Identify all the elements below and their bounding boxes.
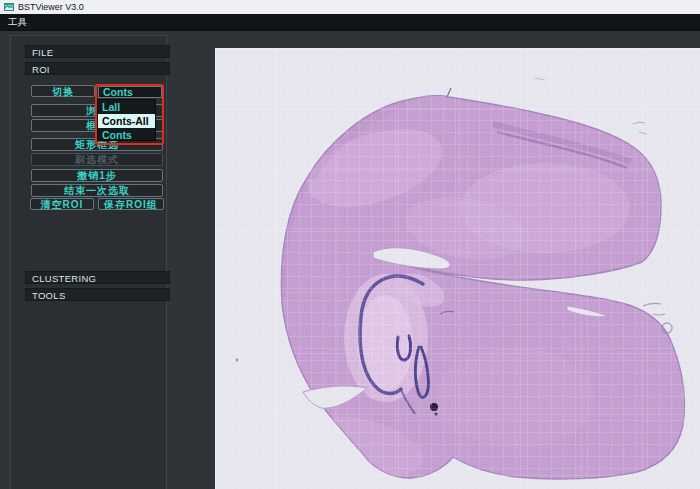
clear-roi-button[interactable]: 清空ROI <box>30 198 94 210</box>
sidebar-section-roi[interactable]: ROI <box>25 62 170 75</box>
dropdown-option-conts-all[interactable]: Conts-All <box>98 114 155 128</box>
slide-viewer-canvas[interactable] <box>215 48 700 489</box>
roi-type-dropdown[interactable]: Conts <box>98 86 162 98</box>
roi-type-dropdown-popup: Lall Conts-All Conts <box>97 99 156 141</box>
dropdown-option-lall[interactable]: Lall <box>98 100 155 114</box>
main-area: FILE ROI 切换 浏览 框选 矩形框选 刷选模式 撤销1步 结束一次选取 … <box>0 31 700 489</box>
title-bar: BSTViewer V3.0 <box>0 0 700 14</box>
menu-item-tools[interactable]: 工具 <box>0 14 35 30</box>
sidebar-section-file[interactable]: FILE <box>25 45 170 58</box>
brush-mode-button: 刷选模式 <box>31 153 163 166</box>
save-roi-button[interactable]: 保存ROI组 <box>98 198 164 210</box>
dropdown-option-conts[interactable]: Conts <box>98 128 155 142</box>
sidebar-panel: FILE ROI 切换 浏览 框选 矩形框选 刷选模式 撤销1步 结束一次选取 … <box>10 35 167 489</box>
app-icon <box>4 2 14 12</box>
menu-bar: 工具 <box>0 14 700 31</box>
sidebar-section-tools[interactable]: TOOLS <box>25 288 170 301</box>
end-selection-button[interactable]: 结束一次选取 <box>31 184 163 197</box>
window-title: BSTViewer V3.0 <box>18 2 84 12</box>
undo-button[interactable]: 撤销1步 <box>31 169 163 182</box>
sidebar-section-clustering[interactable]: CLUSTERING <box>25 271 170 284</box>
tissue-image <box>215 48 700 489</box>
switch-button[interactable]: 切换 <box>31 85 95 97</box>
